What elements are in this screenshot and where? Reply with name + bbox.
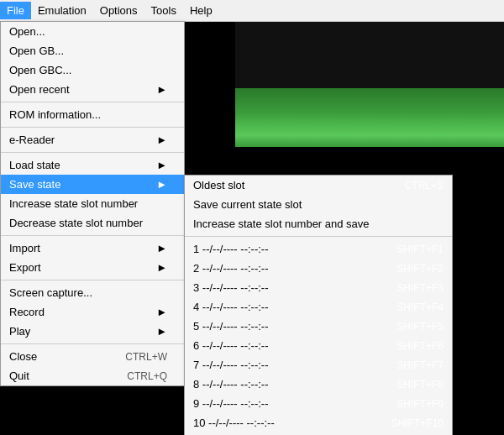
menu-open-gbc-label: Open GBC... bbox=[9, 64, 71, 76]
slot-1-shortcut: SHIFT+F1 bbox=[396, 244, 444, 255]
menu-increase-slot-label: Increase state slot number bbox=[9, 197, 138, 210]
slot-7-label: 7 --/--/---- --:--:-- bbox=[193, 359, 269, 371]
submenu-slot-3[interactable]: 3 --/--/---- --:--:-- SHIFT+F3 bbox=[185, 278, 452, 297]
play-arrow-icon: ► bbox=[156, 325, 167, 338]
save-current-label: Save current state slot bbox=[193, 198, 302, 211]
slot-9-shortcut: SHIFT+F9 bbox=[396, 398, 444, 410]
slot-9-label: 9 --/--/---- --:--:-- bbox=[193, 397, 269, 410]
separator-5 bbox=[1, 280, 184, 280]
menu-record[interactable]: Record ► bbox=[1, 302, 184, 322]
submenu-increase-and-save[interactable]: Increase state slot number and save bbox=[185, 214, 452, 233]
submenu-slot-9[interactable]: 9 --/--/---- --:--:-- SHIFT+F9 bbox=[185, 394, 452, 413]
submenu-slot-2[interactable]: 2 --/--/---- --:--:-- SHIFT+F2 bbox=[185, 259, 452, 278]
menu-rom-info[interactable]: ROM information... bbox=[1, 105, 184, 124]
menu-quit-label: Quit bbox=[9, 369, 29, 382]
menu-open-gbc[interactable]: Open GBC... bbox=[1, 60, 184, 80]
menu-screen-capture-label: Screen capture... bbox=[9, 286, 92, 299]
open-recent-arrow-icon: ► bbox=[156, 83, 167, 96]
slot-10-label: 10 --/--/---- --:--:-- bbox=[193, 417, 275, 429]
slot-10-shortcut: SHIFT+F10 bbox=[391, 417, 444, 429]
increase-and-save-label: Increase state slot number and save bbox=[193, 218, 370, 230]
record-arrow-icon: ► bbox=[156, 306, 167, 318]
submenu-save-current[interactable]: Save current state slot bbox=[185, 195, 452, 214]
menu-save-state-label: Save state bbox=[9, 178, 60, 191]
quit-shortcut: CTRL+Q bbox=[127, 370, 167, 382]
menu-play-label: Play bbox=[9, 325, 30, 338]
menu-decrease-slot-label: Decrease state slot number bbox=[9, 217, 143, 229]
separator-4 bbox=[1, 235, 184, 236]
menu-open[interactable]: Open... bbox=[1, 22, 184, 41]
slot-4-shortcut: SHIFT+F4 bbox=[396, 301, 444, 313]
menu-open-gb-label: Open GB... bbox=[9, 45, 64, 57]
menu-save-state[interactable]: Save state ► Oldest slot CTRL+S Save cur… bbox=[1, 175, 184, 194]
menubar-help[interactable]: Help bbox=[183, 2, 219, 19]
submenu-slot-10[interactable]: 10 --/--/---- --:--:-- SHIFT+F10 bbox=[185, 413, 452, 432]
menubar-tools[interactable]: Tools bbox=[144, 2, 183, 19]
separator-3 bbox=[1, 152, 184, 153]
menu-play[interactable]: Play ► bbox=[1, 322, 184, 341]
separator-1 bbox=[1, 102, 184, 102]
oldest-slot-label: Oldest slot bbox=[193, 179, 244, 191]
menu-open-label: Open... bbox=[9, 25, 45, 38]
menu-open-gb[interactable]: Open GB... bbox=[1, 41, 184, 60]
save-state-submenu: Oldest slot CTRL+S Save current state sl… bbox=[184, 175, 453, 435]
menu-open-recent[interactable]: Open recent ► bbox=[1, 80, 184, 99]
slot-8-label: 8 --/--/---- --:--:-- bbox=[193, 378, 269, 390]
menu-load-state[interactable]: Load state ► bbox=[1, 155, 184, 175]
oldest-slot-shortcut: CTRL+S bbox=[405, 180, 444, 191]
menubar: File Emulation Options Tools Help bbox=[0, 0, 504, 22]
slot-6-label: 6 --/--/---- --:--:-- bbox=[193, 339, 269, 352]
slot-5-label: 5 --/--/---- --:--:-- bbox=[193, 320, 269, 333]
submenu-slot-1[interactable]: 1 --/--/---- --:--:-- SHIFT+F1 bbox=[185, 239, 452, 259]
slot-8-shortcut: SHIFT+F8 bbox=[396, 379, 444, 390]
menu-rom-info-label: ROM information... bbox=[9, 108, 101, 121]
export-arrow-icon: ► bbox=[156, 261, 167, 274]
menu-record-label: Record bbox=[9, 306, 45, 318]
save-state-arrow-icon: ► bbox=[156, 178, 167, 191]
submenu-oldest-slot[interactable]: Oldest slot CTRL+S bbox=[185, 176, 452, 195]
file-dropdown: Open... Open GB... Open GBC... Open rece… bbox=[0, 21, 185, 386]
menubar-emulation[interactable]: Emulation bbox=[31, 2, 93, 19]
menu-load-state-label: Load state bbox=[9, 159, 60, 171]
close-shortcut: CTRL+W bbox=[125, 351, 167, 363]
submenu-slot-7[interactable]: 7 --/--/---- --:--:-- SHIFT+F7 bbox=[185, 355, 452, 375]
slot-6-shortcut: SHIFT+F6 bbox=[396, 340, 444, 352]
ereader-arrow-icon: ► bbox=[156, 134, 167, 146]
menubar-file[interactable]: File bbox=[0, 2, 31, 19]
slot-1-label: 1 --/--/---- --:--:-- bbox=[193, 243, 269, 255]
menu-quit[interactable]: Quit CTRL+Q bbox=[1, 366, 184, 385]
menu-increase-slot[interactable]: Increase state slot number bbox=[1, 194, 184, 213]
menu-import-label: Import bbox=[9, 242, 40, 254]
menu-open-recent-label: Open recent bbox=[9, 83, 70, 96]
import-arrow-icon: ► bbox=[156, 242, 167, 254]
menu-export-label: Export bbox=[9, 261, 41, 274]
slot-3-label: 3 --/--/---- --:--:-- bbox=[193, 281, 269, 294]
separator-6 bbox=[1, 343, 184, 344]
menubar-options[interactable]: Options bbox=[93, 2, 144, 19]
slot-2-label: 2 --/--/---- --:--:-- bbox=[193, 262, 269, 275]
menu-import[interactable]: Import ► bbox=[1, 238, 184, 258]
menu-ereader-label: e-Reader bbox=[9, 134, 55, 146]
menu-decrease-slot[interactable]: Decrease state slot number bbox=[1, 213, 184, 233]
menu-screen-capture[interactable]: Screen capture... bbox=[1, 283, 184, 302]
menu-export[interactable]: Export ► bbox=[1, 258, 184, 277]
load-state-arrow-icon: ► bbox=[156, 159, 167, 171]
submenu-slot-4[interactable]: 4 --/--/---- --:--:-- SHIFT+F4 bbox=[185, 297, 452, 317]
slot-5-shortcut: SHIFT+F5 bbox=[396, 321, 444, 333]
slot-4-label: 4 --/--/---- --:--:-- bbox=[193, 301, 269, 313]
slot-7-shortcut: SHIFT+F7 bbox=[396, 359, 444, 371]
menu-ereader[interactable]: e-Reader ► bbox=[1, 130, 184, 149]
submenu-sep-1 bbox=[185, 236, 452, 237]
submenu-slot-6[interactable]: 6 --/--/---- --:--:-- SHIFT+F6 bbox=[185, 336, 452, 355]
slot-2-shortcut: SHIFT+F2 bbox=[396, 263, 444, 275]
game-black-top bbox=[235, 21, 504, 88]
separator-2 bbox=[1, 127, 184, 128]
submenu-slot-8[interactable]: 8 --/--/---- --:--:-- SHIFT+F8 bbox=[185, 375, 452, 394]
menu-close-label: Close bbox=[9, 350, 37, 363]
submenu-slot-5[interactable]: 5 --/--/---- --:--:-- SHIFT+F5 bbox=[185, 317, 452, 336]
game-green-area bbox=[235, 88, 504, 147]
menu-close[interactable]: Close CTRL+W bbox=[1, 347, 184, 366]
slot-3-shortcut: SHIFT+F3 bbox=[396, 282, 444, 294]
